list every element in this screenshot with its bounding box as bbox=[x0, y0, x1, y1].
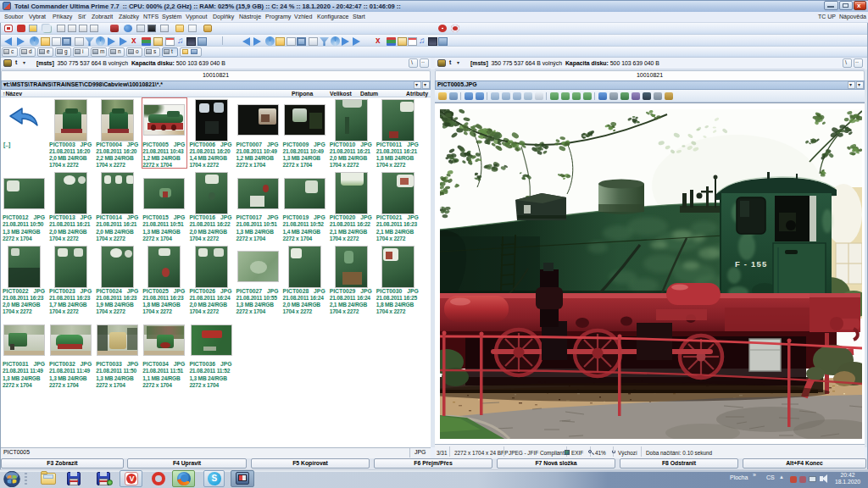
svg-text:F - 155: F - 155 bbox=[735, 259, 768, 269]
